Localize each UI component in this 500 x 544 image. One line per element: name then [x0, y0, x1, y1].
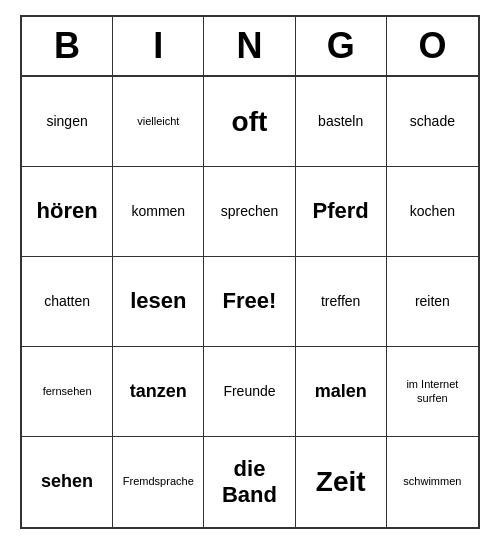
cell-r3-c3[interactable]: malen — [296, 347, 387, 437]
cell-r1-c2[interactable]: sprechen — [204, 167, 295, 257]
header-g: G — [296, 17, 387, 75]
cell-r0-c0[interactable]: singen — [22, 77, 113, 167]
cell-r4-c0[interactable]: sehen — [22, 437, 113, 527]
cell-r2-c4[interactable]: reiten — [387, 257, 478, 347]
cell-r1-c0[interactable]: hören — [22, 167, 113, 257]
bingo-grid: singenvielleichtoftbastelnschadehörenkom… — [22, 77, 478, 527]
cell-r0-c3[interactable]: basteln — [296, 77, 387, 167]
cell-r1-c4[interactable]: kochen — [387, 167, 478, 257]
cell-r3-c0[interactable]: fernsehen — [22, 347, 113, 437]
cell-r4-c3[interactable]: Zeit — [296, 437, 387, 527]
cell-r2-c2[interactable]: Free! — [204, 257, 295, 347]
cell-r1-c3[interactable]: Pferd — [296, 167, 387, 257]
cell-r2-c1[interactable]: lesen — [113, 257, 204, 347]
header-i: I — [113, 17, 204, 75]
header-n: N — [204, 17, 295, 75]
cell-r0-c4[interactable]: schade — [387, 77, 478, 167]
cell-r4-c4[interactable]: schwimmen — [387, 437, 478, 527]
header-o: O — [387, 17, 478, 75]
bingo-card: B I N G O singenvielleichtoftbastelnscha… — [20, 15, 480, 529]
cell-r4-c2[interactable]: die Band — [204, 437, 295, 527]
cell-r2-c3[interactable]: treffen — [296, 257, 387, 347]
cell-r0-c1[interactable]: vielleicht — [113, 77, 204, 167]
cell-r2-c0[interactable]: chatten — [22, 257, 113, 347]
header-b: B — [22, 17, 113, 75]
cell-r3-c4[interactable]: im Internet surfen — [387, 347, 478, 437]
cell-r3-c2[interactable]: Freunde — [204, 347, 295, 437]
cell-r1-c1[interactable]: kommen — [113, 167, 204, 257]
cell-r3-c1[interactable]: tanzen — [113, 347, 204, 437]
cell-r4-c1[interactable]: Fremdsprache — [113, 437, 204, 527]
bingo-header: B I N G O — [22, 17, 478, 77]
cell-r0-c2[interactable]: oft — [204, 77, 295, 167]
